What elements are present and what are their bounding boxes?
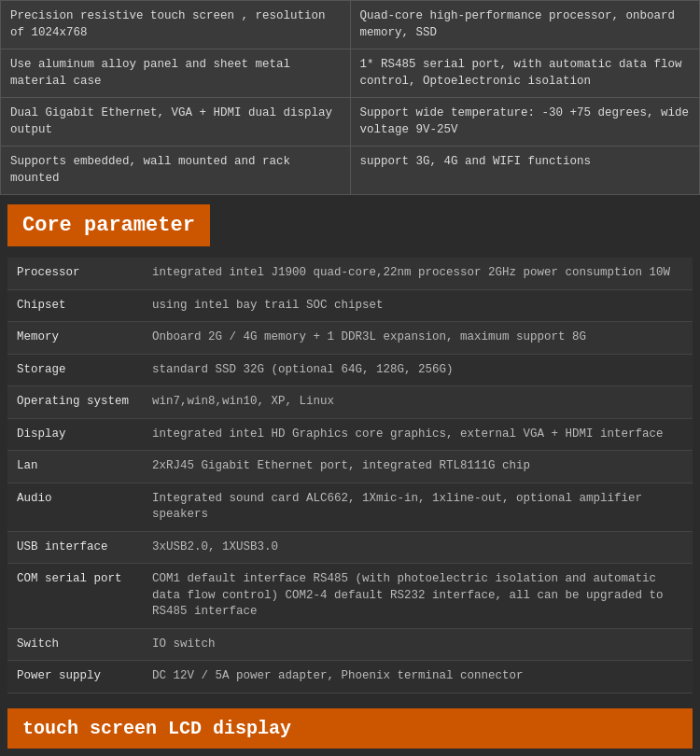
core-param-value: integrated intel HD Graphics core graphi…: [143, 418, 693, 451]
core-param-label: Lan: [7, 451, 143, 483]
core-param-row: Operating systemwin7,win8,win10, XP, Lin…: [7, 386, 693, 419]
core-parameter-section: Core parameter Processorintegrated intel…: [0, 195, 700, 693]
core-param-row: Storagestandard SSD 32G (optional 64G, 1…: [7, 354, 693, 386]
specs-cell: Precision resistive touch screen , resol…: [1, 1, 351, 49]
core-param-row: USB interface3xUSB2.0, 1XUSB3.0: [7, 531, 693, 564]
core-param-value: using intel bay trail SOC chipset: [143, 289, 693, 322]
specs-cell: Dual Gigabit Ethernet, VGA + HDMI dual d…: [1, 98, 351, 147]
core-param-value: 2xRJ45 Gigabit Ethernet port, integrated…: [143, 451, 693, 483]
core-param-label: Memory: [7, 322, 143, 355]
section-heading: Core parameter: [7, 204, 210, 246]
core-param-value: win7,win8,win10, XP, Linux: [143, 386, 693, 419]
core-param-row: Power supplyDC 12V / 5A power adapter, P…: [7, 661, 693, 693]
specs-cell: 1* RS485 serial port, with automatic dat…: [350, 49, 700, 98]
specs-table: Precision resistive touch screen , resol…: [0, 0, 700, 195]
core-param-label: COM serial port: [7, 564, 143, 629]
core-params-table: Processorintegrated intel J1900 quad-cor…: [7, 258, 693, 693]
specs-cell: Support wide temperature: -30 +75 degree…: [350, 98, 700, 147]
core-param-value: integrated intel J1900 quad-core,22nm pr…: [143, 258, 693, 289]
core-param-label: Display: [7, 418, 143, 451]
core-param-label: USB interface: [7, 531, 143, 564]
core-param-label: Storage: [7, 354, 143, 386]
core-param-row: Processorintegrated intel J1900 quad-cor…: [7, 258, 693, 289]
core-param-value: IO switch: [143, 628, 693, 661]
core-param-value: DC 12V / 5A power adapter, Phoenix termi…: [143, 661, 693, 693]
core-param-row: MemoryOnboard 2G / 4G memory + 1 DDR3L e…: [7, 322, 693, 355]
core-param-label: Operating system: [7, 386, 143, 419]
core-param-label: Processor: [7, 258, 143, 289]
core-param-value: 3xUSB2.0, 1XUSB3.0: [143, 531, 693, 564]
core-param-label: Audio: [7, 483, 143, 531]
specs-cell: Quad-core high-performance processor, on…: [350, 1, 700, 49]
core-param-label: Chipset: [7, 289, 143, 322]
specs-cell: Supports embedded, wall mounted and rack…: [1, 147, 351, 195]
bottom-heading-container: touch screen LCD display: [0, 701, 700, 756]
specs-cell: Use aluminum alloy panel and sheet metal…: [1, 49, 351, 98]
core-param-row: Chipsetusing intel bay trail SOC chipset: [7, 289, 693, 322]
core-param-row: Displayintegrated intel HD Graphics core…: [7, 418, 693, 451]
core-param-row: SwitchIO switch: [7, 628, 693, 661]
core-param-value: COM1 default interface RS485 (with photo…: [143, 564, 693, 629]
core-param-row: COM serial portCOM1 default interface RS…: [7, 564, 693, 629]
core-param-row: AudioIntegrated sound card ALC662, 1Xmic…: [7, 483, 693, 531]
core-param-value: Onboard 2G / 4G memory + 1 DDR3L expansi…: [143, 322, 693, 355]
specs-cell: support 3G, 4G and WIFI functions: [350, 147, 700, 195]
core-param-row: Lan2xRJ45 Gigabit Ethernet port, integra…: [7, 451, 693, 483]
core-param-value: standard SSD 32G (optional 64G, 128G, 25…: [143, 354, 693, 386]
core-param-label: Switch: [7, 628, 143, 661]
core-param-value: Integrated sound card ALC662, 1Xmic-in, …: [143, 483, 693, 531]
bottom-heading: touch screen LCD display: [7, 708, 693, 749]
core-param-label: Power supply: [7, 661, 143, 693]
